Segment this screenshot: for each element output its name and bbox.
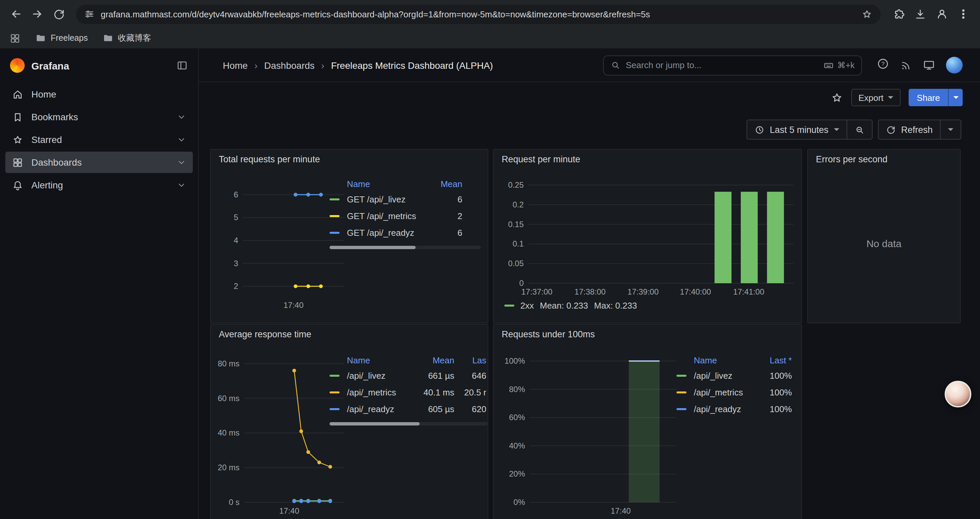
refresh-button[interactable]: Refresh [878,120,940,139]
series-name[interactable]: 2xx [520,300,534,311]
time-range-group: Last 5 minutes [746,120,873,140]
site-info-icon[interactable] [84,9,95,19]
svg-text:17:40: 17:40 [283,300,304,310]
breadcrumb-home[interactable]: Home [223,60,248,70]
chevron-down-icon [834,128,839,131]
svg-text:17:39:00: 17:39:00 [627,287,659,296]
zoom-out-button[interactable] [847,120,872,139]
sidebar-header: Grafana [0,49,198,82]
grafana-logo[interactable] [10,58,25,73]
scrollbar-thumb[interactable] [329,246,416,249]
apps-grid-icon[interactable] [10,32,21,44]
search-input[interactable] [626,60,818,70]
legend-row: /api/_livez 100% [676,367,792,384]
share-dropdown[interactable] [948,89,963,106]
extensions-icon[interactable] [892,8,905,21]
bookmark-folder-freeleaps[interactable]: Freeleaps [35,33,88,43]
chevron-down-icon[interactable] [177,180,186,190]
svg-text:0 s: 0 s [229,498,240,507]
time-range-picker[interactable]: Last 5 minutes [747,120,846,139]
profile-icon[interactable] [935,7,949,21]
legend-row: /api/_readyz 605 µs 620 [329,401,488,417]
share-button-label[interactable]: Share [909,89,948,106]
sidebar-item-home[interactable]: Home [5,83,193,105]
panel-title[interactable]: Total requests per minute [219,154,320,164]
clock-icon [754,125,765,134]
bookmark-icon [12,111,23,123]
breadcrumb-current-page: Freeleaps Metrics Dashboard (ALPHA) [331,60,493,70]
news-rss-icon[interactable] [900,59,912,71]
chevron-down-icon [953,96,958,99]
bookmark-folder-blogs[interactable]: 收藏博客 [102,32,151,44]
series-dash [676,375,686,377]
download-icon[interactable] [914,8,927,21]
forward-icon[interactable] [28,5,47,23]
svg-text:5: 5 [234,213,238,222]
user-avatar[interactable] [946,57,963,73]
browser-toolbar [0,0,980,28]
chart-average-response-time[interactable]: 80 ms60 ms40 ms20 ms0 s17:40 [215,349,348,519]
bookmark-star-icon[interactable] [861,8,873,20]
chevron-down-icon [948,128,953,131]
sidebar-item-starred[interactable]: Starred [5,129,193,150]
search-box[interactable]: ⌘+k [603,55,862,75]
legend-scrollbar [329,422,488,425]
sidebar-item-alerting[interactable]: Alerting [5,174,193,196]
header-icons: ? [877,57,963,73]
menu-kebab-icon[interactable] [957,8,969,20]
series-dash [504,305,514,307]
keyboard-icon [823,60,834,70]
chevron-down-icon[interactable] [177,112,186,121]
svg-text:0%: 0% [513,498,525,507]
assistant-avatar[interactable] [945,381,971,407]
chevron-down-icon[interactable] [177,135,186,144]
breadcrumb-separator: › [255,60,258,70]
chart-request-per-minute[interactable]: 0.250.20.150.10.05017:37:0017:38:0017:39… [498,174,799,300]
legend-row: /api/_metrics 100% [676,384,792,401]
svg-text:100%: 100% [505,356,525,366]
chevron-down-icon[interactable] [177,158,186,167]
breadcrumb-dashboards[interactable]: Dashboards [264,60,315,70]
panel-title[interactable]: Errors per second [816,154,888,164]
panel-title[interactable]: Requests under 100ms [502,329,595,339]
panel-title[interactable]: Average response time [219,329,311,339]
reload-icon[interactable] [49,5,68,23]
refresh-group: Refresh [878,120,961,140]
share-button[interactable]: Share [909,89,963,106]
help-icon[interactable]: ? [877,57,889,73]
omnibox[interactable] [76,4,881,24]
dashboard-actions: Export Share [199,82,980,113]
panel-title[interactable]: Request per minute [502,154,581,164]
chart-total-requests[interactable]: 6543217:40 [215,174,348,316]
series-dash [329,391,340,393]
svg-text:0: 0 [519,278,524,287]
svg-text:0.25: 0.25 [508,180,524,189]
refresh-interval-dropdown[interactable] [941,120,961,139]
sidebar-item-label: Bookmarks [31,112,78,122]
monitor-icon[interactable] [923,59,935,72]
bookmark-label: 收藏博客 [118,32,151,44]
series-dash [329,232,340,234]
favorite-star-icon[interactable] [830,91,843,104]
no-data-message: No data [808,238,960,249]
legend-row: /api/_livez 661 µs 646 [329,367,488,384]
panel-errors-per-second: Errors per second No data [807,149,961,323]
sidebar-item-bookmarks[interactable]: Bookmarks [5,106,193,128]
svg-text:17:37:00: 17:37:00 [521,287,552,296]
series-dash [676,408,686,410]
url-input[interactable] [101,9,855,19]
sidebar-toggle-icon[interactable] [176,59,188,72]
browser-actions [889,7,973,21]
sidebar-item-dashboards[interactable]: Dashboards [5,152,193,173]
legend-requests-under-100ms: Name Last * /api/_livez 100% /api/_metri… [676,353,792,417]
svg-text:?: ? [881,61,885,67]
screen: Freeleaps 收藏博客 Grafana Home [0,0,980,519]
scrollbar-thumb[interactable] [329,422,420,425]
back-icon[interactable] [7,5,25,23]
legend-header: Name Mean [329,176,481,191]
chart-requests-under-100ms[interactable]: 100%80%60%40%20%0%17:40 [498,349,682,519]
series-max: Max: 0.233 [594,300,637,311]
legend-total-requests: Name Mean GET /api/_livez 6 GET /api/_me… [329,176,481,249]
legend-row: /api/_metrics 40.1 ms 20.5 r [329,384,488,401]
export-button[interactable]: Export [851,89,900,106]
